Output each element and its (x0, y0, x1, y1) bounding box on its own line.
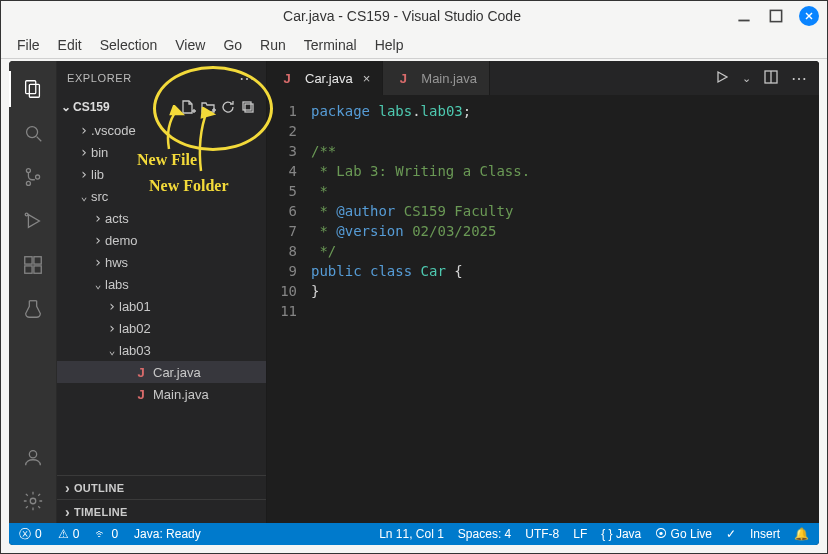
tab-bar: JCar.java×JMain.java ⌄ ⋯ (267, 61, 819, 95)
tree-item-label: demo (105, 233, 138, 248)
tab-main-java[interactable]: JMain.java (383, 61, 490, 95)
status-bar: ⓧ 0 ⚠ 0 ᯤ 0 Java: Ready Ln 11, Col 1 Spa… (9, 523, 819, 545)
code-editor[interactable]: 1234567891011 package labs.lab03; /** * … (267, 95, 819, 523)
tree-item-label: bin (91, 145, 108, 160)
settings-activity-icon[interactable] (9, 479, 57, 523)
folder-acts[interactable]: acts (57, 207, 266, 229)
explorer-sidebar: EXPLORER ⋯ CS159 .vscod (57, 61, 267, 523)
status-insert[interactable]: Insert (750, 527, 780, 541)
menu-help[interactable]: Help (367, 35, 412, 55)
svg-rect-15 (24, 266, 31, 273)
folder-src[interactable]: src (57, 185, 266, 207)
chevron-right-icon[interactable] (91, 210, 105, 226)
explorer-activity-icon[interactable] (9, 67, 57, 111)
run-dropdown-icon[interactable]: ⌄ (742, 72, 751, 85)
folder-labs[interactable]: labs (57, 273, 266, 295)
run-button[interactable] (714, 69, 730, 88)
tab-label: Car.java (305, 71, 353, 86)
chevron-down-icon[interactable] (91, 278, 105, 291)
chevron-right-icon[interactable] (77, 144, 91, 160)
chevron-down-icon[interactable] (77, 190, 91, 203)
status-warnings[interactable]: ⚠ 0 (58, 527, 80, 541)
window-titlebar: Car.java - CS159 - Visual Studio Code (1, 1, 827, 31)
svg-point-18 (29, 451, 36, 458)
menu-selection[interactable]: Selection (92, 35, 166, 55)
collapse-all-icon[interactable] (238, 97, 258, 117)
status-java[interactable]: Java: Ready (134, 527, 201, 541)
status-lang[interactable]: { } Java (601, 527, 641, 541)
editor-area: JCar.java×JMain.java ⌄ ⋯ 1234567891011 p… (267, 61, 819, 523)
line-gutter: 1234567891011 (267, 95, 307, 523)
status-position[interactable]: Ln 11, Col 1 (379, 527, 444, 541)
menu-edit[interactable]: Edit (50, 35, 90, 55)
svg-point-8 (26, 169, 30, 173)
folder-lab01[interactable]: lab01 (57, 295, 266, 317)
tree-item-label: labs (105, 277, 129, 292)
accounts-activity-icon[interactable] (9, 435, 57, 479)
tab-car-java[interactable]: JCar.java× (267, 61, 383, 95)
menu-go[interactable]: Go (215, 35, 250, 55)
tab-close-icon[interactable]: × (363, 71, 371, 86)
scm-activity-icon[interactable] (9, 155, 57, 199)
svg-rect-16 (33, 266, 40, 273)
chevron-right-icon[interactable] (77, 122, 91, 138)
status-golive[interactable]: ⦿ Go Live (655, 527, 712, 541)
svg-point-10 (35, 175, 39, 179)
chevron-right-icon[interactable] (91, 232, 105, 248)
status-check[interactable]: ✓ (726, 527, 736, 541)
folder-bin[interactable]: bin (57, 141, 266, 163)
folder-lab02[interactable]: lab02 (57, 317, 266, 339)
chevron-right-icon[interactable] (77, 166, 91, 182)
chevron-down-icon[interactable] (61, 100, 71, 114)
code-content[interactable]: package labs.lab03; /** * Lab 3: Writing… (307, 95, 819, 523)
extensions-activity-icon[interactable] (9, 243, 57, 287)
timeline-section[interactable]: TIMELINE (57, 499, 266, 523)
explorer-root[interactable]: CS159 (73, 100, 110, 114)
chevron-right-icon[interactable] (105, 298, 119, 314)
editor-more-icon[interactable]: ⋯ (791, 69, 807, 88)
chevron-right-icon[interactable] (105, 320, 119, 336)
status-eol[interactable]: LF (573, 527, 587, 541)
status-errors[interactable]: ⓧ 0 (19, 526, 42, 543)
svg-point-9 (26, 181, 30, 185)
status-ports[interactable]: ᯤ 0 (95, 527, 118, 541)
folder--vscode[interactable]: .vscode (57, 119, 266, 141)
folder-lab03[interactable]: lab03 (57, 339, 266, 361)
minimize-button[interactable] (735, 7, 753, 25)
refresh-icon[interactable] (218, 97, 238, 117)
status-bell-icon[interactable]: 🔔 (794, 527, 809, 541)
folder-lib[interactable]: lib (57, 163, 266, 185)
folder-hws[interactable]: hws (57, 251, 266, 273)
activity-bar (9, 61, 57, 523)
close-button[interactable] (799, 6, 819, 26)
menu-view[interactable]: View (167, 35, 213, 55)
maximize-button[interactable] (767, 7, 785, 25)
debug-activity-icon[interactable] (9, 199, 57, 243)
menu-terminal[interactable]: Terminal (296, 35, 365, 55)
java-file-icon: J (133, 387, 149, 402)
svg-point-12 (25, 213, 28, 216)
status-encoding[interactable]: UTF-8 (525, 527, 559, 541)
tree-item-label: lib (91, 167, 104, 182)
tree-item-label: acts (105, 211, 129, 226)
folder-demo[interactable]: demo (57, 229, 266, 251)
new-folder-icon[interactable] (198, 97, 218, 117)
search-activity-icon[interactable] (9, 111, 57, 155)
app-area: EXPLORER ⋯ CS159 .vscod (9, 61, 819, 545)
tree-item-label: lab02 (119, 321, 151, 336)
new-file-icon[interactable] (178, 97, 198, 117)
file-car-java[interactable]: JCar.java (57, 361, 266, 383)
status-spaces[interactable]: Spaces: 4 (458, 527, 511, 541)
java-file-icon: J (395, 71, 411, 86)
split-editor-icon[interactable] (763, 69, 779, 88)
menu-run[interactable]: Run (252, 35, 294, 55)
chevron-right-icon[interactable] (91, 254, 105, 270)
explorer-more-icon[interactable]: ⋯ (239, 69, 256, 88)
menu-file[interactable]: File (9, 35, 48, 55)
chevron-down-icon[interactable] (105, 344, 119, 357)
outline-section[interactable]: OUTLINE (57, 475, 266, 499)
file-main-java[interactable]: JMain.java (57, 383, 266, 405)
menu-bar: FileEditSelectionViewGoRunTerminalHelp (1, 31, 827, 59)
tree-item-label: .vscode (91, 123, 136, 138)
testing-activity-icon[interactable] (9, 287, 57, 331)
